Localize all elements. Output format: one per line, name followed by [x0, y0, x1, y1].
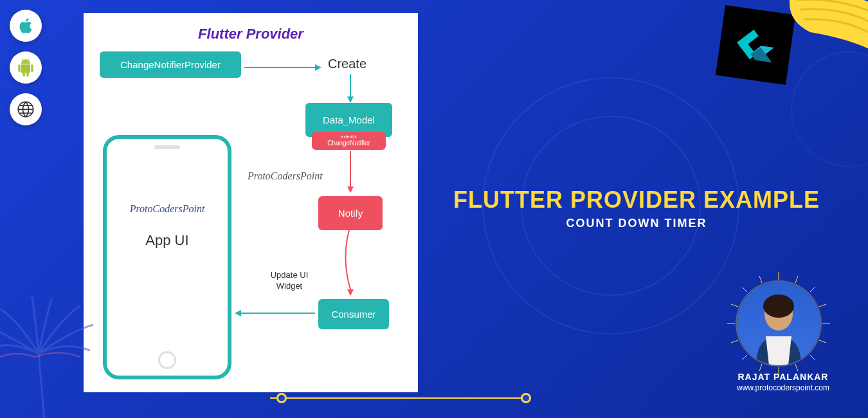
phone-brand: ProtoCodersPoint: [107, 203, 228, 215]
svg-marker-7: [347, 289, 354, 296]
label-changenotifier: ChangeNotifier: [317, 140, 381, 147]
svg-marker-6: [347, 186, 354, 193]
author-site: www.protocoderspoint.com: [737, 383, 829, 392]
svg-point-27: [763, 295, 794, 318]
box-consumer: Consumer: [318, 299, 389, 329]
divider-dot: [521, 393, 531, 403]
android-icon: [10, 51, 42, 84]
svg-line-20: [731, 304, 738, 307]
palm-decoration: [0, 289, 103, 418]
main-title: FLUTTER PROVIDER EXAMPLE: [450, 186, 823, 214]
diagram-title: Flutter Provider: [96, 26, 405, 42]
svg-line-14: [742, 287, 747, 292]
arrow-icon: [346, 74, 359, 103]
author-avatar: [737, 282, 820, 365]
svg-line-23: [819, 340, 826, 343]
hero-text: FLUTTER PROVIDER EXAMPLE COUNT DOWN TIME…: [450, 186, 823, 230]
box-changenotifier: extends ChangeNotifier: [312, 132, 386, 150]
label-create: Create: [328, 57, 366, 71]
arrow-icon: [346, 151, 359, 193]
phone-home-button: [158, 351, 176, 369]
brush-decoration: [772, 0, 868, 90]
globe-icon: [10, 93, 42, 125]
svg-line-19: [795, 276, 798, 283]
svg-marker-9: [235, 310, 241, 316]
platform-sidebar: [10, 10, 42, 125]
phone-mockup: ProtoCodersPoint App UI: [103, 135, 231, 379]
arrow-icon: [235, 309, 315, 322]
apple-icon: [10, 10, 42, 42]
label-extends: extends: [317, 134, 381, 140]
arrow-icon: [338, 225, 363, 296]
diagram-panel: Flutter Provider ChangeNotifierProvider …: [84, 13, 418, 392]
svg-line-15: [810, 355, 815, 360]
divider-dot: [276, 393, 287, 403]
label-update-ui: Update UI Widget: [264, 270, 315, 292]
svg-point-26: [764, 297, 793, 331]
phone-speaker: [154, 145, 180, 149]
svg-line-24: [759, 364, 762, 371]
svg-line-21: [731, 340, 738, 343]
author-block: RAJAT PALANKAR www.protocoderspoint.com: [737, 282, 829, 392]
svg-marker-4: [347, 96, 354, 103]
svg-line-16: [742, 355, 747, 360]
phone-app-label: App UI: [107, 232, 228, 249]
svg-line-18: [759, 276, 762, 283]
box-changenotifierprovider: ChangeNotifierProvider: [100, 51, 241, 78]
svg-line-22: [819, 304, 826, 307]
watermark: ProtoCodersPoint: [248, 170, 323, 182]
svg-marker-2: [315, 64, 321, 71]
arrow-icon: [244, 63, 321, 76]
svg-line-17: [810, 287, 815, 292]
svg-line-25: [795, 364, 798, 371]
divider-line: [270, 397, 527, 399]
sub-title: COUNT DOWN TIMER: [450, 217, 823, 230]
